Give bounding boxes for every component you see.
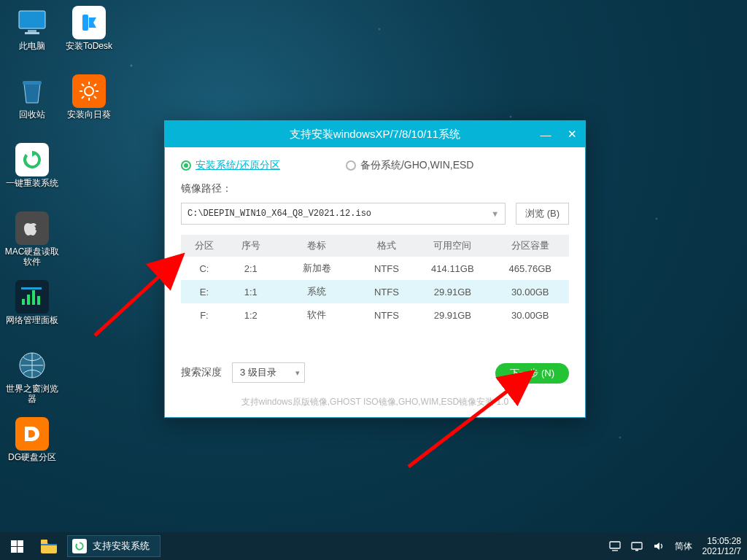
desktop-icon-todesk[interactable]: 安装ToDesk: [61, 6, 117, 61]
desktop-icon-mac-disk[interactable]: MAC硬盘读取软件: [4, 211, 60, 267]
cell: 1:2: [228, 303, 274, 327]
cell: 30.00GB: [492, 303, 569, 327]
col-index: 序号: [228, 235, 274, 257]
tray-action-center-icon[interactable]: [609, 541, 621, 551]
svg-rect-6: [32, 290, 35, 305]
desktop-icon-label: 此电脑: [19, 41, 45, 61]
clock-date: 2021/12/7: [703, 546, 741, 556]
chevron-down-icon[interactable]: ▼: [491, 209, 499, 218]
svg-rect-10: [82, 15, 88, 31]
search-depth-select[interactable]: 3 级目录: [232, 362, 305, 383]
clock-time: 15:05:28: [703, 536, 741, 546]
cell: 2:1: [228, 257, 274, 280]
desktop-icon-label: 回收站: [19, 109, 45, 130]
search-depth-label: 搜索深度: [181, 366, 222, 379]
svg-rect-5: [27, 295, 30, 305]
svg-rect-7: [37, 296, 40, 305]
desktop-icon-network-panel[interactable]: 网络管理面板: [4, 280, 60, 335]
svg-rect-8: [21, 287, 42, 289]
svg-line-17: [94, 96, 96, 98]
svg-line-16: [82, 84, 84, 86]
cell: 1:1: [228, 280, 274, 303]
next-button[interactable]: 下一步 (N): [495, 363, 569, 384]
col-capacity: 分区容量: [492, 235, 569, 257]
minimize-button[interactable]: —: [533, 121, 559, 147]
close-button[interactable]: ✕: [559, 121, 585, 147]
tray-clock[interactable]: 15:05:28 2021/12/7: [703, 536, 741, 556]
desktop-icon-sunlogin[interactable]: 安装向日葵: [61, 74, 117, 130]
cell: F:: [181, 303, 228, 327]
desktop-icon-diskgenius[interactable]: DG硬盘分区: [4, 417, 60, 472]
svg-point-11: [85, 87, 93, 96]
radio-dot-icon: [181, 160, 191, 171]
radio-backup[interactable]: 备份系统/GHO,WIN,ESD: [346, 159, 474, 172]
taskbar-app-label: 支持安装系统: [93, 540, 150, 553]
tray-ime-label[interactable]: 简体: [675, 540, 692, 553]
svg-line-18: [94, 84, 96, 86]
svg-rect-2: [25, 32, 39, 34]
titlebar[interactable]: 支持安装windowsXP/7/8/10/11系统 — ✕: [165, 121, 585, 147]
desktop-icon-theworld-browser[interactable]: 世界之窗浏览器: [4, 349, 60, 404]
cell: 29.91GB: [414, 280, 491, 303]
col-partition: 分区: [181, 235, 228, 257]
start-button[interactable]: [0, 532, 34, 560]
tray-volume-icon[interactable]: [653, 541, 665, 551]
desktop-icon-this-pc[interactable]: 此电脑: [4, 6, 60, 61]
table-header-row: 分区 序号 卷标 格式 可用空间 分区容量: [181, 235, 569, 257]
svg-rect-0: [19, 11, 45, 28]
cell: 414.11GB: [414, 257, 491, 280]
image-path-label: 镜像路径：: [181, 182, 569, 195]
radio-label: 备份系统/GHO,WIN,ESD: [360, 159, 474, 172]
desktop-icon-label: 一键重装系统: [6, 178, 58, 198]
cell: NTFS: [360, 303, 414, 327]
window-title: 支持安装windowsXP/7/8/10/11系统: [290, 128, 460, 141]
cell: C:: [181, 257, 228, 280]
svg-line-19: [82, 96, 84, 98]
browse-button[interactable]: 浏览 (B): [516, 203, 569, 225]
installer-window: 支持安装windowsXP/7/8/10/11系统 — ✕ 安装系统/还原分区 …: [164, 120, 586, 418]
support-note: 支持windows原版镜像,GHOST ISO镜像,GHO,WIM,ESD镜像安…: [181, 396, 569, 408]
col-volume: 卷标: [274, 235, 360, 257]
cell: NTFS: [360, 257, 414, 280]
radio-label: 安装系统/还原分区: [196, 159, 280, 172]
desktop-icon-label: 安装向日葵: [67, 109, 111, 130]
cell: 新加卷: [274, 257, 360, 280]
table-row[interactable]: C:2:1新加卷NTFS414.11GB465.76GB: [181, 257, 569, 280]
table-row[interactable]: F:1:2软件NTFS29.91GB30.00GB: [181, 303, 569, 327]
desktop-icon-label: 网络管理面板: [6, 315, 58, 335]
desktop-icon-label: DG硬盘分区: [8, 452, 56, 472]
taskbar-file-explorer[interactable]: [34, 532, 64, 560]
svg-rect-24: [610, 542, 620, 548]
radio-install-restore[interactable]: 安装系统/还原分区: [181, 159, 280, 172]
tray-network-icon[interactable]: [631, 541, 643, 551]
desktop-icon-label: 安装ToDesk: [66, 41, 112, 61]
svg-rect-25: [632, 542, 642, 549]
cell: E:: [181, 280, 228, 303]
desktop-icon-reinstall[interactable]: 一键重装系统: [4, 143, 60, 198]
image-path-combobox[interactable]: ▼: [181, 203, 506, 225]
taskbar-app-icon: [72, 539, 87, 553]
radio-dot-icon: [346, 160, 356, 171]
col-format: 格式: [360, 235, 414, 257]
image-path-input[interactable]: [187, 209, 491, 219]
cell: 465.76GB: [492, 257, 569, 280]
desktop-icon-label: 世界之窗浏览器: [4, 384, 60, 404]
svg-rect-3: [23, 81, 42, 85]
cell: 系统: [274, 280, 360, 303]
table-row[interactable]: E:1:1系统NTFS29.91GB30.00GB: [181, 280, 569, 303]
windows-logo-icon: [11, 540, 23, 553]
col-free: 可用空间: [414, 235, 491, 257]
svg-rect-22: [41, 540, 47, 543]
svg-rect-23: [41, 544, 57, 545]
partition-table: 分区 序号 卷标 格式 可用空间 分区容量 C:2:1新加卷NTFS414.11…: [181, 235, 569, 327]
cell: 29.91GB: [414, 303, 491, 327]
system-tray: 简体 15:05:28 2021/12/7: [609, 536, 747, 556]
desktop-icon-label: MAC硬盘读取软件: [4, 246, 60, 267]
taskbar-app-installer[interactable]: 支持安装系统: [67, 535, 160, 557]
cell: 30.00GB: [492, 280, 569, 303]
svg-rect-26: [635, 550, 638, 551]
taskbar: 支持安装系统 简体 15:05:28 2021/12/7: [0, 532, 747, 560]
desktop-icon-recycle-bin[interactable]: 回收站: [4, 74, 60, 130]
cell: 软件: [274, 303, 360, 327]
svg-rect-1: [28, 30, 36, 32]
